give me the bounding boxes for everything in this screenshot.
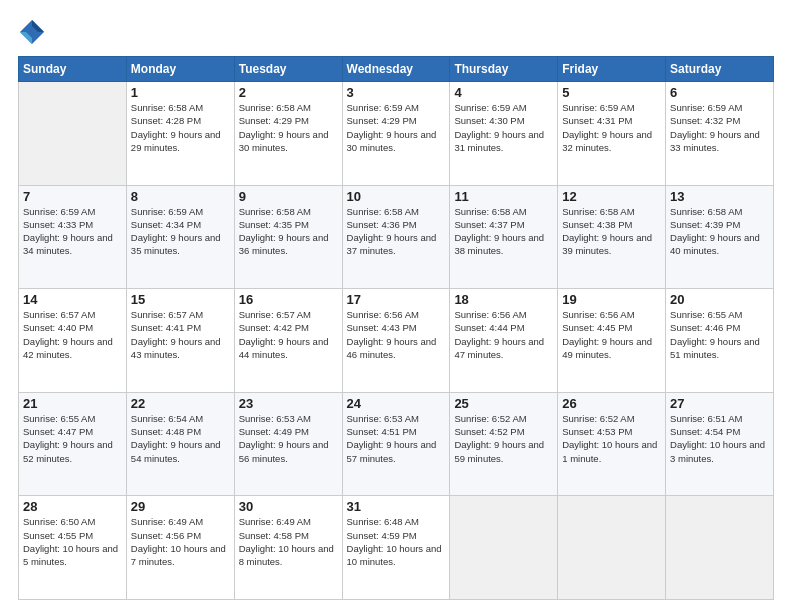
calendar-cell: 16 Sunrise: 6:57 AM Sunset: 4:42 PM Dayl… [234,289,342,393]
sunset-label: Sunset: 4:53 PM [562,426,632,437]
sunset-label: Sunset: 4:29 PM [347,115,417,126]
day-number: 1 [131,85,230,100]
calendar-header-row: SundayMondayTuesdayWednesdayThursdayFrid… [19,57,774,82]
daylight-label: Daylight: 9 hours and 34 minutes. [23,232,113,256]
day-number: 8 [131,189,230,204]
calendar-cell: 13 Sunrise: 6:58 AM Sunset: 4:39 PM Dayl… [666,185,774,289]
day-info: Sunrise: 6:56 AM Sunset: 4:44 PM Dayligh… [454,308,553,361]
sunset-label: Sunset: 4:37 PM [454,219,524,230]
day-info: Sunrise: 6:53 AM Sunset: 4:51 PM Dayligh… [347,412,446,465]
day-info: Sunrise: 6:55 AM Sunset: 4:47 PM Dayligh… [23,412,122,465]
logo-icon [18,18,46,46]
header [18,18,774,46]
day-info: Sunrise: 6:59 AM Sunset: 4:32 PM Dayligh… [670,101,769,154]
day-number: 20 [670,292,769,307]
day-number: 2 [239,85,338,100]
daylight-label: Daylight: 9 hours and 35 minutes. [131,232,221,256]
day-info: Sunrise: 6:52 AM Sunset: 4:53 PM Dayligh… [562,412,661,465]
daylight-label: Daylight: 9 hours and 37 minutes. [347,232,437,256]
calendar-week-row: 14 Sunrise: 6:57 AM Sunset: 4:40 PM Dayl… [19,289,774,393]
day-info: Sunrise: 6:48 AM Sunset: 4:59 PM Dayligh… [347,515,446,568]
sunrise-label: Sunrise: 6:52 AM [454,413,526,424]
calendar-cell [450,496,558,600]
sunrise-label: Sunrise: 6:59 AM [454,102,526,113]
sunset-label: Sunset: 4:48 PM [131,426,201,437]
day-number: 11 [454,189,553,204]
sunrise-label: Sunrise: 6:58 AM [670,206,742,217]
day-number: 26 [562,396,661,411]
sunset-label: Sunset: 4:44 PM [454,322,524,333]
daylight-label: Daylight: 10 hours and 10 minutes. [347,543,442,567]
sunset-label: Sunset: 4:34 PM [131,219,201,230]
sunrise-label: Sunrise: 6:58 AM [131,102,203,113]
calendar-day-header: Friday [558,57,666,82]
calendar-cell: 5 Sunrise: 6:59 AM Sunset: 4:31 PM Dayli… [558,82,666,186]
day-number: 21 [23,396,122,411]
daylight-label: Daylight: 9 hours and 52 minutes. [23,439,113,463]
calendar-cell: 10 Sunrise: 6:58 AM Sunset: 4:36 PM Dayl… [342,185,450,289]
sunrise-label: Sunrise: 6:53 AM [239,413,311,424]
sunset-label: Sunset: 4:36 PM [347,219,417,230]
calendar-cell: 7 Sunrise: 6:59 AM Sunset: 4:33 PM Dayli… [19,185,127,289]
daylight-label: Daylight: 10 hours and 7 minutes. [131,543,226,567]
calendar-cell: 26 Sunrise: 6:52 AM Sunset: 4:53 PM Dayl… [558,392,666,496]
daylight-label: Daylight: 9 hours and 59 minutes. [454,439,544,463]
sunset-label: Sunset: 4:30 PM [454,115,524,126]
day-number: 10 [347,189,446,204]
day-info: Sunrise: 6:57 AM Sunset: 4:41 PM Dayligh… [131,308,230,361]
calendar-cell: 8 Sunrise: 6:59 AM Sunset: 4:34 PM Dayli… [126,185,234,289]
sunset-label: Sunset: 4:56 PM [131,530,201,541]
calendar-day-header: Thursday [450,57,558,82]
calendar-week-row: 7 Sunrise: 6:59 AM Sunset: 4:33 PM Dayli… [19,185,774,289]
calendar-cell: 29 Sunrise: 6:49 AM Sunset: 4:56 PM Dayl… [126,496,234,600]
sunset-label: Sunset: 4:45 PM [562,322,632,333]
sunrise-label: Sunrise: 6:57 AM [131,309,203,320]
day-info: Sunrise: 6:56 AM Sunset: 4:43 PM Dayligh… [347,308,446,361]
day-info: Sunrise: 6:57 AM Sunset: 4:40 PM Dayligh… [23,308,122,361]
daylight-label: Daylight: 9 hours and 56 minutes. [239,439,329,463]
day-number: 15 [131,292,230,307]
daylight-label: Daylight: 9 hours and 30 minutes. [347,129,437,153]
day-info: Sunrise: 6:58 AM Sunset: 4:35 PM Dayligh… [239,205,338,258]
day-info: Sunrise: 6:49 AM Sunset: 4:58 PM Dayligh… [239,515,338,568]
calendar-cell [558,496,666,600]
sunset-label: Sunset: 4:54 PM [670,426,740,437]
sunrise-label: Sunrise: 6:58 AM [239,102,311,113]
daylight-label: Daylight: 10 hours and 1 minute. [562,439,657,463]
day-number: 18 [454,292,553,307]
sunrise-label: Sunrise: 6:58 AM [454,206,526,217]
day-info: Sunrise: 6:58 AM Sunset: 4:28 PM Dayligh… [131,101,230,154]
day-number: 30 [239,499,338,514]
sunrise-label: Sunrise: 6:49 AM [239,516,311,527]
calendar-cell [666,496,774,600]
daylight-label: Daylight: 9 hours and 51 minutes. [670,336,760,360]
daylight-label: Daylight: 9 hours and 57 minutes. [347,439,437,463]
day-info: Sunrise: 6:56 AM Sunset: 4:45 PM Dayligh… [562,308,661,361]
sunrise-label: Sunrise: 6:56 AM [454,309,526,320]
daylight-label: Daylight: 9 hours and 47 minutes. [454,336,544,360]
calendar-cell: 9 Sunrise: 6:58 AM Sunset: 4:35 PM Dayli… [234,185,342,289]
day-info: Sunrise: 6:59 AM Sunset: 4:33 PM Dayligh… [23,205,122,258]
calendar-cell: 21 Sunrise: 6:55 AM Sunset: 4:47 PM Dayl… [19,392,127,496]
sunrise-label: Sunrise: 6:52 AM [562,413,634,424]
sunrise-label: Sunrise: 6:59 AM [347,102,419,113]
calendar-cell: 6 Sunrise: 6:59 AM Sunset: 4:32 PM Dayli… [666,82,774,186]
sunset-label: Sunset: 4:43 PM [347,322,417,333]
daylight-label: Daylight: 9 hours and 33 minutes. [670,129,760,153]
day-number: 28 [23,499,122,514]
day-number: 16 [239,292,338,307]
day-number: 3 [347,85,446,100]
day-info: Sunrise: 6:58 AM Sunset: 4:39 PM Dayligh… [670,205,769,258]
daylight-label: Daylight: 9 hours and 49 minutes. [562,336,652,360]
logo [18,18,50,46]
sunset-label: Sunset: 4:33 PM [23,219,93,230]
day-number: 19 [562,292,661,307]
sunset-label: Sunset: 4:35 PM [239,219,309,230]
day-number: 31 [347,499,446,514]
sunrise-label: Sunrise: 6:58 AM [239,206,311,217]
daylight-label: Daylight: 9 hours and 40 minutes. [670,232,760,256]
day-number: 6 [670,85,769,100]
calendar-cell: 31 Sunrise: 6:48 AM Sunset: 4:59 PM Dayl… [342,496,450,600]
sunrise-label: Sunrise: 6:51 AM [670,413,742,424]
sunset-label: Sunset: 4:40 PM [23,322,93,333]
